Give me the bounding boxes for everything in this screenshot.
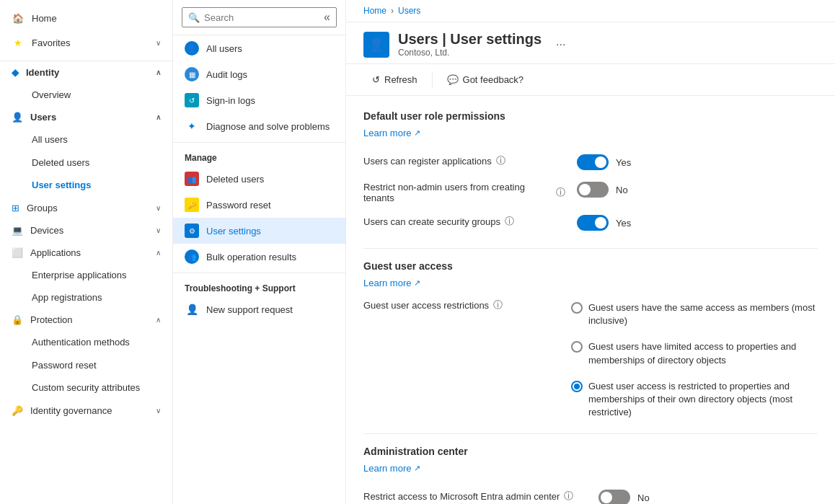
toggle-thumb-2 xyxy=(579,184,591,195)
chevron-down-icon-devices: ∨ xyxy=(156,226,161,234)
restrict-nonadmin-label: Restrict non-admin users from creating t… xyxy=(363,182,565,203)
page-title: Users | User settings xyxy=(398,31,542,48)
register-apps-control: Yes xyxy=(577,154,631,170)
sidebar-group-protection[interactable]: 🔒 Protection ∧ xyxy=(0,309,172,331)
info-icon-entra[interactable]: ⓘ xyxy=(564,490,573,503)
devices-icon: 💻 xyxy=(12,225,23,236)
refresh-button[interactable]: ↺ Refresh xyxy=(363,70,426,89)
nav-label-deleted-users: Deleted users xyxy=(206,174,264,185)
default-role-title: Default user role permissions xyxy=(363,110,818,122)
nav-item-audit-logs[interactable]: ▦ Audit logs xyxy=(173,61,345,87)
nav-search-area: 🔍 « xyxy=(173,0,345,35)
sidebar-item-favorites[interactable]: ★ Favorites ∨ xyxy=(0,30,172,55)
restrict-entra-control: No xyxy=(598,490,650,504)
applications-icon: ⬜ xyxy=(12,247,23,258)
admin-center-title: Administration center xyxy=(363,446,818,457)
nav-label-bulk-operation: Bulk operation results xyxy=(206,252,296,262)
radio-limited[interactable] xyxy=(571,341,583,353)
section-divider-1 xyxy=(363,248,818,249)
sidebar-group-governance[interactable]: 🔑 Identity governance ∨ xyxy=(0,399,172,422)
restrict-nonadmin-control: No xyxy=(577,182,628,198)
sidebar-devices-label: Devices xyxy=(30,225,63,236)
admin-center-learn-more[interactable]: Learn more ↗ xyxy=(363,463,420,474)
nav-item-signin-logs[interactable]: ↺ Sign-in logs xyxy=(173,87,345,113)
nav-panel: 🔍 « 👤 All users ▦ Audit logs ↺ Sign-in l… xyxy=(173,0,346,504)
sidebar-group-users[interactable]: 👤 Users ∧ xyxy=(0,106,172,128)
info-icon-security[interactable]: ⓘ xyxy=(505,215,514,228)
register-apps-toggle[interactable] xyxy=(577,154,609,170)
sidebar-groups-label: Groups xyxy=(27,203,58,213)
nav-item-password-reset[interactable]: 🔑 Password reset xyxy=(173,192,345,218)
feedback-button[interactable]: 💬 Got feedback? xyxy=(438,70,533,89)
security-groups-label: Users can create security groups ⓘ xyxy=(363,215,565,228)
sidebar-group-applications[interactable]: ⬜ Applications ∧ xyxy=(0,242,172,264)
sidebar-sub-deletedusers[interactable]: Deleted users xyxy=(0,151,172,174)
register-apps-label: Users can register applications ⓘ xyxy=(363,154,565,167)
sidebar-sub-enterprise[interactable]: Enterprise applications xyxy=(0,264,172,286)
restrict-entra-label: Restrict access to Microsoft Entra admin… xyxy=(363,490,587,503)
content-area: Default user role permissions Learn more… xyxy=(346,96,835,504)
search-input[interactable] xyxy=(204,12,319,23)
chevron-up-icon-protection: ∧ xyxy=(156,316,161,324)
guest-access-grid: Guest user access restrictions ⓘ Guest u… xyxy=(363,299,818,422)
nav-item-new-support[interactable]: 👤 New support request xyxy=(173,296,345,322)
sidebar-sub-usersettings[interactable]: User settings xyxy=(0,174,172,196)
nav-label-all-users: All users xyxy=(206,43,242,54)
sidebar-sub-allusers[interactable]: All users xyxy=(0,128,172,151)
breadcrumb-users[interactable]: Users xyxy=(398,6,420,16)
radio-option-most-inclusive: Guest users have the same access as memb… xyxy=(571,299,818,330)
external-link-icon: ↗ xyxy=(414,128,420,138)
chevron-down-icon-groups: ∨ xyxy=(156,204,161,212)
sidebar-sub-appregistrations[interactable]: App registrations xyxy=(0,286,172,309)
sidebar-governance-label: Identity governance xyxy=(30,405,112,416)
nav-item-all-users[interactable]: 👤 All users xyxy=(173,35,345,61)
security-groups-toggle[interactable] xyxy=(577,215,609,231)
sidebar-home-label: Home xyxy=(32,13,57,24)
nav-label-password-reset: Password reset xyxy=(206,200,271,211)
restrict-nonadmin-toggle[interactable] xyxy=(577,182,609,198)
sidebar-sub-passwordreset[interactable]: Password reset xyxy=(0,354,172,376)
security-groups-control: Yes xyxy=(577,215,631,231)
sidebar-group-groups[interactable]: ⊞ Groups ∨ xyxy=(0,197,172,219)
radio-most-restrictive[interactable] xyxy=(571,381,583,392)
restrict-entra-toggle[interactable] xyxy=(598,490,630,504)
star-icon: ★ xyxy=(12,36,25,49)
sidebar: 🏠 Home ★ Favorites ∨ ◆ Identity ∧ Overvi… xyxy=(0,0,173,504)
nav-item-diagnose[interactable]: ✦ Diagnose and solve problems xyxy=(173,113,345,139)
section-divider-2 xyxy=(363,433,818,434)
sidebar-item-home[interactable]: 🏠 Home xyxy=(0,6,172,30)
collapse-icon[interactable]: « xyxy=(324,11,330,24)
audit-logs-icon: ▦ xyxy=(185,67,199,81)
security-groups-value: Yes xyxy=(616,218,631,229)
admin-center-section: Administration center Learn more ↗ Restr… xyxy=(363,446,818,504)
info-icon-restrict[interactable]: ⓘ xyxy=(556,186,565,199)
default-role-learn-more[interactable]: Learn more ↗ xyxy=(363,128,420,138)
guest-access-options: Guest users have the same access as memb… xyxy=(571,299,818,422)
restrict-nonadmin-value: No xyxy=(616,185,628,195)
toggle-thumb-3 xyxy=(595,217,606,229)
nav-label-signin-logs: Sign-in logs xyxy=(206,95,255,106)
nav-item-deleted-users[interactable]: 👥 Deleted users xyxy=(173,166,345,192)
sidebar-group-identity[interactable]: ◆ Identity ∧ xyxy=(0,61,172,84)
nav-item-user-settings[interactable]: ⚙ User settings xyxy=(173,218,345,244)
guest-access-section: Guest user access Learn more ↗ Guest use… xyxy=(363,260,818,422)
sidebar-group-devices[interactable]: 💻 Devices ∨ xyxy=(0,219,172,242)
radio-most-inclusive[interactable] xyxy=(571,302,583,314)
radio-label-limited: Guest users have limited access to prope… xyxy=(588,340,818,366)
sidebar-sub-customsecurity[interactable]: Custom security attributes xyxy=(0,376,172,399)
external-link-icon-3: ↗ xyxy=(414,464,420,473)
nav-label-diagnose: Diagnose and solve problems xyxy=(206,121,330,132)
breadcrumb: Home › Users xyxy=(346,0,835,22)
breadcrumb-home[interactable]: Home xyxy=(363,6,386,16)
more-options-icon[interactable]: ··· xyxy=(556,38,565,51)
sidebar-sub-overview[interactable]: Overview xyxy=(0,84,172,106)
nav-item-bulk-operation[interactable]: 👥 Bulk operation results xyxy=(173,244,345,270)
radio-label-most-restrictive: Guest user access is restricted to prope… xyxy=(588,380,818,420)
sidebar-sub-authmethods[interactable]: Authentication methods xyxy=(0,331,172,353)
restrict-entra-value: No xyxy=(637,492,650,503)
info-icon-guest[interactable]: ⓘ xyxy=(493,299,503,311)
shield-icon: 🔒 xyxy=(12,314,23,325)
guest-access-learn-more[interactable]: Learn more ↗ xyxy=(363,278,420,288)
search-box[interactable]: 🔍 « xyxy=(182,7,337,27)
info-icon-register[interactable]: ⓘ xyxy=(496,154,505,167)
